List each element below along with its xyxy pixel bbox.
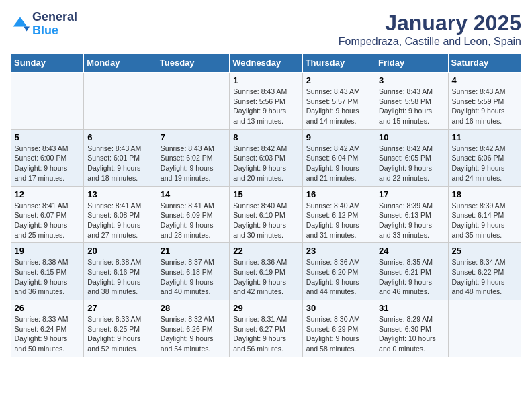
day-info: Sunrise: 8:43 AM — [452, 87, 517, 97]
day-info: Daylight: 9 hours and 13 minutes. — [233, 106, 298, 126]
day-number: 11 — [452, 132, 517, 142]
day-info: Daylight: 9 hours and 50 minutes. — [15, 334, 81, 353]
day-info: Sunrise: 8:33 AM — [87, 314, 152, 324]
calendar-week-row: 5Sunrise: 8:43 AMSunset: 6:00 PMDaylight… — [11, 129, 521, 186]
day-info: Sunset: 5:56 PM — [233, 97, 298, 107]
day-number: 6 — [87, 132, 152, 142]
day-number: 2 — [306, 75, 371, 85]
day-number: 19 — [15, 246, 81, 256]
weekday-header: Tuesday — [157, 54, 229, 73]
day-info: Sunrise: 8:43 AM — [306, 87, 371, 97]
day-info: Sunset: 6:24 PM — [15, 324, 81, 334]
day-info: Daylight: 9 hours and 19 minutes. — [161, 163, 226, 183]
calendar-cell — [448, 300, 521, 357]
day-info: Daylight: 9 hours and 16 minutes. — [452, 106, 517, 126]
day-info: Sunrise: 8:38 AM — [15, 257, 81, 267]
logo-text: General Blue — [32, 11, 77, 38]
calendar-week-row: 12Sunrise: 8:41 AMSunset: 6:07 PMDayligh… — [11, 186, 521, 243]
day-info: Sunset: 6:00 PM — [15, 153, 81, 163]
day-info: Sunset: 6:29 PM — [306, 324, 371, 334]
day-info: Daylight: 9 hours and 35 minutes. — [452, 220, 517, 240]
day-number: 10 — [379, 132, 444, 142]
calendar-cell: 2Sunrise: 8:43 AMSunset: 5:57 PMDaylight… — [302, 73, 375, 130]
day-info: Daylight: 9 hours and 14 minutes. — [306, 106, 371, 126]
day-number: 1 — [233, 75, 298, 85]
logo-icon — [11, 15, 30, 34]
day-info: Daylight: 9 hours and 24 minutes. — [452, 163, 517, 183]
day-info: Sunset: 5:58 PM — [379, 97, 444, 107]
day-info: Daylight: 9 hours and 18 minutes. — [87, 163, 152, 183]
day-info: Sunset: 6:05 PM — [379, 153, 444, 163]
day-number: 3 — [379, 75, 444, 85]
calendar-cell: 26Sunrise: 8:33 AMSunset: 6:24 PMDayligh… — [11, 300, 84, 357]
day-number: 17 — [379, 189, 444, 199]
calendar-cell: 21Sunrise: 8:37 AMSunset: 6:18 PMDayligh… — [157, 243, 229, 300]
day-info: Sunset: 6:19 PM — [233, 267, 298, 277]
page-header: General Blue January 2025 Fompedraza, Ca… — [11, 11, 521, 48]
day-info: Sunset: 6:14 PM — [452, 210, 517, 220]
calendar-cell: 13Sunrise: 8:41 AMSunset: 6:08 PMDayligh… — [84, 186, 157, 243]
day-info: Sunrise: 8:33 AM — [15, 314, 81, 324]
title-block: January 2025 Fompedraza, Castille and Le… — [339, 11, 521, 48]
calendar-cell: 5Sunrise: 8:43 AMSunset: 6:00 PMDaylight… — [11, 129, 84, 186]
day-info: Daylight: 9 hours and 31 minutes. — [306, 220, 371, 240]
weekday-header-row: SundayMondayTuesdayWednesdayThursdayFrid… — [11, 54, 521, 73]
day-info: Daylight: 9 hours and 36 minutes. — [15, 277, 81, 297]
day-info: Sunset: 6:10 PM — [233, 210, 298, 220]
day-info: Sunset: 6:25 PM — [87, 324, 152, 334]
day-info: Daylight: 9 hours and 52 minutes. — [87, 334, 152, 353]
day-info: Sunrise: 8:30 AM — [306, 314, 371, 324]
day-info: Daylight: 9 hours and 48 minutes. — [452, 277, 517, 297]
calendar-cell: 18Sunrise: 8:39 AMSunset: 6:14 PMDayligh… — [448, 186, 521, 243]
logo: General Blue — [11, 11, 77, 38]
day-info: Sunrise: 8:34 AM — [452, 257, 517, 267]
day-info: Sunrise: 8:41 AM — [87, 201, 152, 211]
calendar-cell: 12Sunrise: 8:41 AMSunset: 6:07 PMDayligh… — [11, 186, 84, 243]
calendar-cell: 16Sunrise: 8:40 AMSunset: 6:12 PMDayligh… — [302, 186, 375, 243]
day-number: 27 — [87, 303, 152, 313]
calendar-cell: 6Sunrise: 8:43 AMSunset: 6:01 PMDaylight… — [84, 129, 157, 186]
day-info: Daylight: 9 hours and 33 minutes. — [379, 220, 444, 240]
calendar-cell: 1Sunrise: 8:43 AMSunset: 5:56 PMDaylight… — [230, 73, 302, 130]
day-info: Sunrise: 8:31 AM — [233, 314, 298, 324]
day-info: Sunset: 6:30 PM — [379, 324, 444, 334]
day-info: Daylight: 9 hours and 44 minutes. — [306, 277, 371, 297]
day-info: Sunrise: 8:42 AM — [379, 144, 444, 154]
day-number: 28 — [161, 303, 226, 313]
day-info: Sunset: 6:15 PM — [15, 267, 81, 277]
day-number: 7 — [161, 132, 226, 142]
day-info: Sunrise: 8:40 AM — [306, 201, 371, 211]
day-number: 21 — [161, 246, 226, 256]
day-info: Daylight: 9 hours and 46 minutes. — [379, 277, 444, 297]
weekday-header: Wednesday — [230, 54, 302, 73]
day-info: Sunrise: 8:43 AM — [87, 144, 152, 154]
day-info: Sunrise: 8:43 AM — [233, 87, 298, 97]
day-number: 15 — [233, 189, 298, 199]
calendar-cell: 20Sunrise: 8:38 AMSunset: 6:16 PMDayligh… — [84, 243, 157, 300]
day-info: Sunset: 6:07 PM — [15, 210, 81, 220]
day-info: Sunrise: 8:29 AM — [379, 314, 444, 324]
weekday-header: Friday — [375, 54, 448, 73]
calendar-cell: 11Sunrise: 8:42 AMSunset: 6:06 PMDayligh… — [448, 129, 521, 186]
day-info: Sunset: 6:21 PM — [379, 267, 444, 277]
day-info: Sunset: 6:22 PM — [452, 267, 517, 277]
day-number: 9 — [306, 132, 371, 142]
day-info: Sunset: 6:20 PM — [306, 267, 371, 277]
day-number: 30 — [306, 303, 371, 313]
calendar-cell: 27Sunrise: 8:33 AMSunset: 6:25 PMDayligh… — [84, 300, 157, 357]
calendar-cell: 29Sunrise: 8:31 AMSunset: 6:27 PMDayligh… — [230, 300, 302, 357]
day-info: Sunset: 6:18 PM — [161, 267, 226, 277]
calendar-cell — [157, 73, 229, 130]
day-number: 31 — [379, 303, 444, 313]
calendar-cell: 14Sunrise: 8:41 AMSunset: 6:09 PMDayligh… — [157, 186, 229, 243]
calendar-cell: 4Sunrise: 8:43 AMSunset: 5:59 PMDaylight… — [448, 73, 521, 130]
calendar-week-row: 26Sunrise: 8:33 AMSunset: 6:24 PMDayligh… — [11, 300, 521, 357]
day-info: Sunset: 6:09 PM — [161, 210, 226, 220]
calendar-cell: 8Sunrise: 8:42 AMSunset: 6:03 PMDaylight… — [230, 129, 302, 186]
day-info: Sunrise: 8:43 AM — [379, 87, 444, 97]
weekday-header: Sunday — [11, 54, 84, 73]
day-number: 29 — [233, 303, 298, 313]
day-info: Daylight: 9 hours and 25 minutes. — [15, 220, 81, 240]
weekday-header: Monday — [84, 54, 157, 73]
day-number: 25 — [452, 246, 517, 256]
